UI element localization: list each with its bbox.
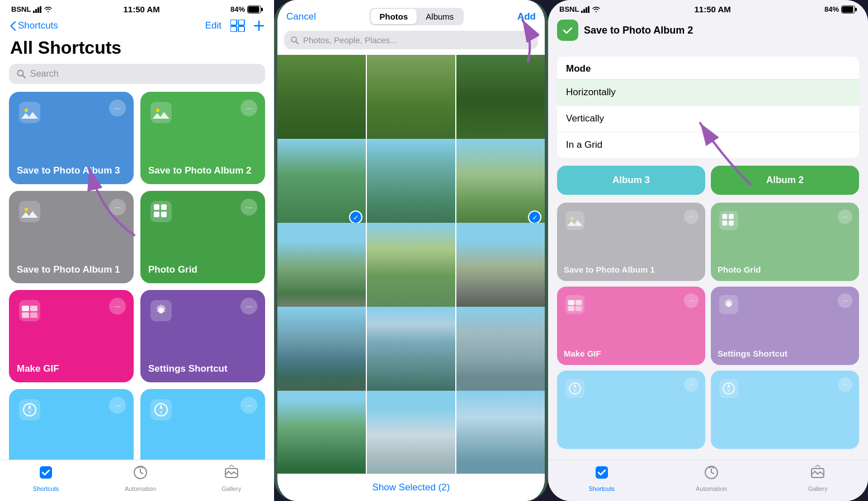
shortcut-card-settings[interactable]: ··· Settings Shortcut: [140, 290, 265, 382]
more-button[interactable]: ···: [240, 100, 257, 116]
right-tab-automation[interactable]: Automation: [696, 465, 727, 492]
right-card-extra2[interactable]: ···: [711, 371, 859, 449]
card-label: Settings Shortcut: [718, 349, 852, 358]
svg-rect-21: [150, 201, 172, 222]
settings-icon: [148, 298, 174, 324]
search-icon: [291, 36, 299, 44]
svg-point-16: [25, 109, 28, 112]
shortcut-card-extra1[interactable]: ···: [9, 389, 134, 460]
right-tab-shortcuts-label: Shortcuts: [589, 485, 615, 492]
more-button[interactable]: ···: [109, 100, 126, 116]
photos-search[interactable]: Photos, People, Places...: [284, 31, 538, 49]
right-card-makegif[interactable]: ··· Make GIF: [557, 287, 705, 365]
right-card-photogrid[interactable]: ··· Photo Grid: [711, 203, 859, 281]
tab-photos[interactable]: Photos: [371, 9, 417, 24]
more-button[interactable]: ···: [240, 298, 257, 315]
chevron-left-icon: [10, 21, 16, 31]
tab-albums[interactable]: Albums: [417, 9, 463, 24]
photo-cell-15[interactable]: [456, 391, 545, 474]
tab-gallery[interactable]: Gallery: [221, 465, 241, 492]
photo-cell-5[interactable]: [367, 139, 455, 227]
shortcut-card-photogrid[interactable]: ··· Photo Grid: [140, 191, 265, 283]
tab-bar: Shortcuts Automation Gallery: [0, 460, 274, 501]
wifi-icon: [44, 6, 53, 13]
shortcut-card-save3[interactable]: ··· Save to Photo Album 3: [9, 92, 134, 184]
photo-cell-13[interactable]: [277, 391, 366, 474]
edit-button[interactable]: Edit: [205, 20, 221, 31]
shortcut-card-makegif[interactable]: ··· Make GIF: [9, 290, 134, 382]
mode-option-vertically[interactable]: Vertically: [557, 106, 859, 132]
photo-cell-6[interactable]: ✓: [456, 139, 545, 227]
svg-rect-3: [40, 6, 41, 13]
right-tab-shortcuts[interactable]: Shortcuts: [589, 465, 615, 492]
card-label: Make GIF: [564, 349, 699, 358]
mode-option-horizontally[interactable]: Horizontally: [557, 79, 859, 106]
more-button[interactable]: ···: [240, 397, 257, 414]
photo-cell-1[interactable]: [277, 55, 366, 143]
right-card-settings[interactable]: ··· Settings Shortcut: [711, 287, 859, 365]
svg-rect-9: [230, 26, 237, 32]
shortcut-card-extra2[interactable]: ···: [140, 389, 265, 460]
more-button[interactable]: ···: [240, 199, 257, 216]
card-label: Save to Photo Album 3: [17, 165, 126, 176]
add-icon[interactable]: [254, 21, 264, 31]
shortcuts-tab-icon: [38, 465, 54, 484]
gallery-tab-icon: [224, 465, 239, 484]
back-button[interactable]: Shortcuts: [10, 20, 58, 31]
more-button[interactable]: ···: [109, 199, 126, 216]
more-button[interactable]: ···: [838, 377, 852, 392]
mode-section: Mode Horizontally Vertically In a Grid: [557, 57, 859, 158]
shortcut-card-save1[interactable]: ··· Save to Photo Album 1: [9, 191, 134, 283]
more-button[interactable]: ···: [684, 293, 699, 308]
svg-rect-22: [154, 204, 159, 210]
photo-cell-11[interactable]: [367, 307, 455, 395]
photo-cell-9[interactable]: [456, 223, 545, 311]
photo-cell-8[interactable]: [367, 223, 455, 311]
photo-cell-7[interactable]: [277, 223, 366, 311]
more-button[interactable]: ···: [684, 377, 699, 392]
right-card-save1[interactable]: ··· Save to Photo Album 1: [557, 203, 705, 281]
album3-button[interactable]: Album 3: [557, 166, 705, 195]
shortcuts-grid: ··· Save to Photo Album 3 ··· Save to Ph…: [0, 92, 274, 460]
more-button[interactable]: ···: [838, 293, 852, 308]
more-button[interactable]: ···: [109, 298, 126, 315]
photo-cell-10[interactable]: [277, 307, 366, 395]
mode-option-in-a-grid[interactable]: In a Grid: [557, 132, 859, 158]
svg-rect-50: [586, 7, 587, 13]
shortcut-card-save2[interactable]: ··· Save to Photo Album 2: [140, 92, 265, 184]
grid-view-icon[interactable]: [230, 20, 245, 32]
search-bar[interactable]: Search: [9, 64, 265, 84]
automation-tab-icon-right: [704, 465, 719, 484]
compass-icon: [17, 397, 43, 423]
photo-cell-14[interactable]: [367, 391, 455, 474]
photos-icon: [564, 209, 586, 232]
album2-button[interactable]: Album 2: [711, 166, 859, 195]
right-card-extra1[interactable]: ···: [557, 371, 705, 449]
cancel-button[interactable]: Cancel: [286, 11, 316, 22]
tab-automation[interactable]: Automation: [125, 465, 156, 492]
card-label: Save to Photo Album 2: [148, 165, 257, 176]
right-panel: BSNL 11:50 AM 84%: [548, 0, 868, 501]
card-label: Settings Shortcut: [148, 363, 257, 374]
more-button[interactable]: ···: [838, 209, 852, 224]
gif-icon: [564, 293, 586, 316]
show-selected-button[interactable]: Show Selected (2): [372, 482, 450, 493]
photo-cell-12[interactable]: [456, 307, 545, 395]
checkmark-1: ✓: [349, 210, 362, 224]
right-tab-gallery[interactable]: Gallery: [808, 465, 828, 492]
right-shortcuts-grid: ··· Save to Photo Album 1 ··· Photo Grid…: [548, 195, 868, 457]
more-button[interactable]: ···: [109, 397, 126, 414]
more-button[interactable]: ···: [684, 209, 699, 224]
photos-header: Cancel Photos Albums Add: [277, 0, 545, 31]
photos-icon: [148, 100, 174, 125]
back-label: Shortcuts: [18, 20, 58, 31]
add-button[interactable]: Add: [517, 11, 536, 22]
photo-cell-3[interactable]: [456, 55, 545, 143]
grid-icon: [718, 209, 740, 232]
photo-cell-2[interactable]: [367, 55, 455, 143]
tab-shortcuts[interactable]: Shortcuts: [33, 465, 59, 492]
time-label: 11:50 AM: [124, 4, 160, 14]
svg-rect-19: [19, 201, 40, 222]
photo-cell-4[interactable]: ✓: [277, 139, 366, 227]
svg-rect-53: [855, 8, 857, 11]
